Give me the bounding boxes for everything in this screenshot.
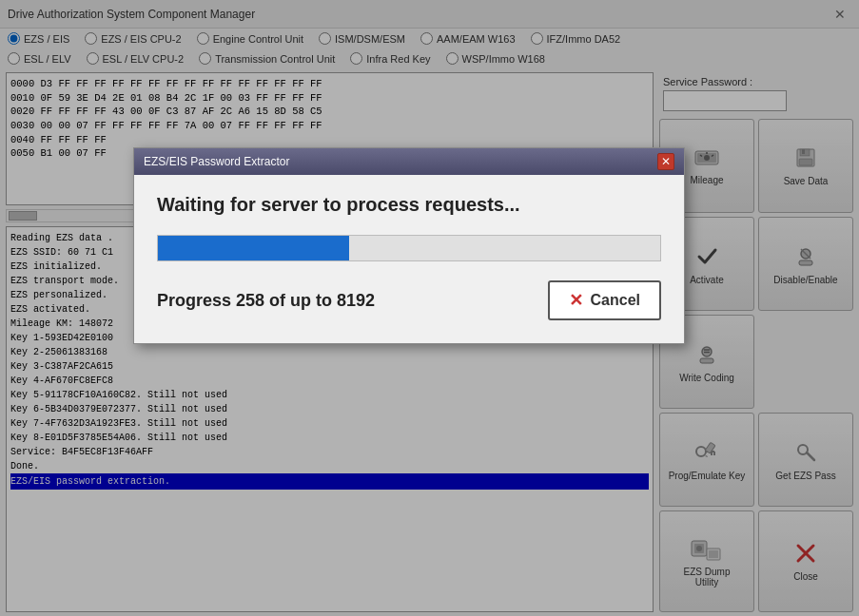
cancel-x-icon: ✕ (569, 290, 583, 311)
progress-dialog: EZS/EIS Password Extractor ✕ Waiting for… (133, 147, 685, 344)
modal-overlay: EZS/EIS Password Extractor ✕ Waiting for… (0, 0, 859, 616)
dialog-waiting-text: Waiting for server to process requests..… (157, 194, 661, 216)
progress-bar-container (157, 235, 661, 261)
dialog-bottom-row: Progress 258 of up to 8192 ✕ Cancel (157, 280, 661, 320)
progress-text: Progress 258 of up to 8192 (157, 291, 375, 311)
dialog-close-button[interactable]: ✕ (657, 153, 674, 170)
dialog-title: EZS/EIS Password Extractor (144, 155, 289, 168)
cancel-label: Cancel (591, 292, 640, 309)
dialog-title-bar: EZS/EIS Password Extractor ✕ (134, 148, 684, 175)
cancel-button[interactable]: ✕ Cancel (548, 280, 661, 320)
progress-bar-fill (158, 236, 349, 260)
dialog-body: Waiting for server to process requests..… (134, 175, 684, 343)
